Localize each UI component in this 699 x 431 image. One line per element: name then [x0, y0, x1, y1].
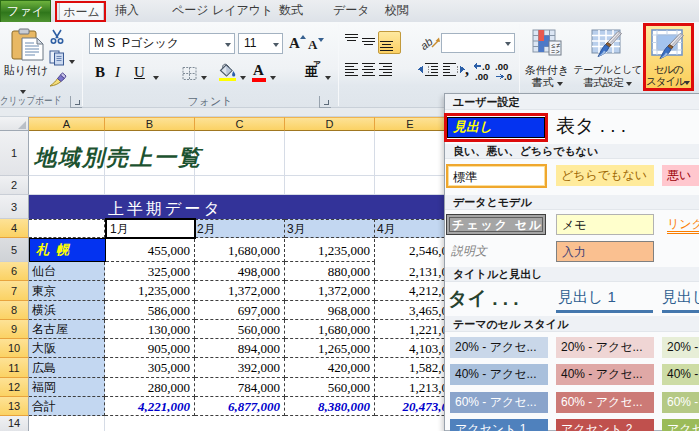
svg-text:.00: .00	[495, 61, 508, 72]
svg-text:ab: ab	[420, 35, 435, 52]
svg-text:>: >	[556, 48, 560, 56]
svg-text:.0: .0	[482, 61, 490, 72]
svg-text:.0: .0	[504, 71, 512, 82]
svg-text:.00: .00	[475, 71, 488, 82]
svg-text:,: ,	[465, 61, 469, 78]
